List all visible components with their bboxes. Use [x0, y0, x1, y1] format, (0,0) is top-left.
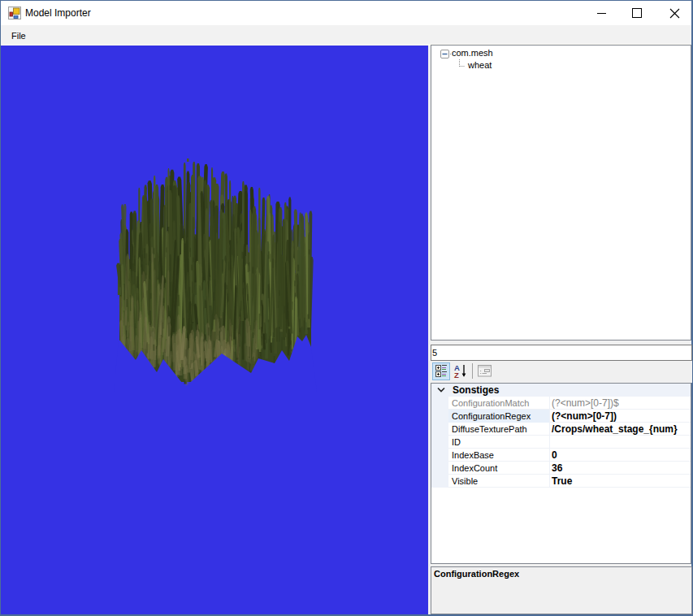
svg-text:Z: Z [454, 371, 459, 380]
